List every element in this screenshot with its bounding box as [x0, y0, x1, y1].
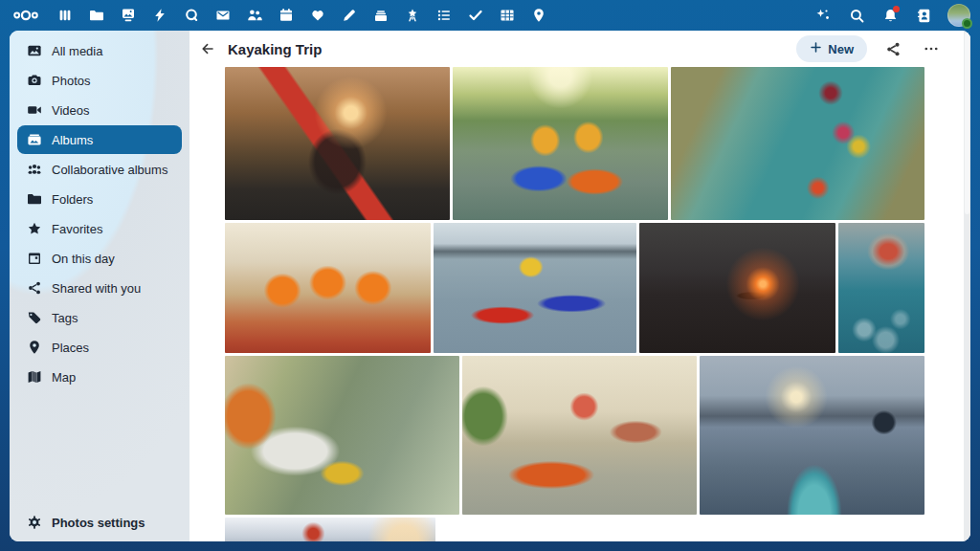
photo-thumbnail[interactable] [671, 67, 924, 220]
photo-thumbnail[interactable] [453, 67, 668, 220]
photo-grid [225, 67, 924, 541]
place-pin-icon [27, 340, 42, 355]
more-menu-button[interactable] [919, 36, 944, 61]
sidebar-item-on-this-day[interactable]: On this day [17, 244, 182, 273]
sparkle-icon[interactable] [813, 6, 833, 25]
album-header: Kayaking Trip New [189, 31, 970, 67]
photos-settings-button[interactable]: Photos settings [17, 508, 182, 537]
header-actions: New [796, 35, 955, 62]
scrollbar-thumb[interactable] [965, 33, 969, 214]
topbar-right [813, 4, 970, 27]
share-nodes-icon[interactable] [880, 36, 905, 61]
folder-icon[interactable] [87, 6, 106, 25]
photo-thumbnail[interactable] [225, 356, 459, 515]
avatar[interactable] [947, 4, 970, 27]
scrollbar[interactable] [964, 31, 970, 541]
photo-thumbnail[interactable] [700, 356, 924, 515]
sidebar-item-folders[interactable]: Folders [17, 185, 182, 213]
image-icon [27, 43, 42, 58]
sidebar-nav: All media Photos Videos Albums Collabora… [10, 31, 189, 391]
video-icon [27, 102, 42, 118]
photo-thumbnail[interactable] [462, 356, 697, 515]
heart-icon[interactable] [308, 6, 327, 25]
list-icon[interactable] [434, 6, 454, 25]
sidebar-item-all-media[interactable]: All media [17, 36, 182, 65]
sidebar-item-places[interactable]: Places [17, 333, 182, 362]
photos-icon[interactable] [119, 6, 138, 25]
app-window: All media Photos Videos Albums Collabora… [10, 31, 970, 541]
photo-thumbnail[interactable] [225, 67, 450, 220]
topbar [0, 0, 980, 31]
photo-thumbnail[interactable] [838, 223, 924, 353]
grid-row [225, 518, 924, 541]
photo-thumbnail[interactable] [639, 223, 835, 353]
table-icon[interactable] [498, 6, 517, 25]
people-group-icon [27, 162, 42, 177]
checkmark-icon[interactable] [466, 6, 485, 25]
nextcloud-logo[interactable] [10, 9, 42, 22]
bell-icon[interactable] [880, 6, 900, 25]
status-online-icon [962, 18, 972, 29]
archive-box-icon[interactable] [371, 6, 390, 25]
star-figure-icon[interactable] [403, 6, 422, 25]
photo-thumbnail[interactable] [225, 223, 431, 353]
folder-icon [27, 191, 42, 207]
new-button-label: New [828, 42, 854, 56]
calendar-icon[interactable] [277, 6, 296, 25]
map-icon [27, 369, 42, 385]
people-icon[interactable] [245, 6, 264, 25]
app-grid-icon[interactable] [56, 6, 75, 25]
calendar-day-icon [27, 251, 42, 266]
sidebar-item-tags[interactable]: Tags [17, 303, 182, 332]
sidebar-item-shared-with-you[interactable]: Shared with you [17, 274, 182, 302]
camera-icon [27, 73, 42, 88]
search-icon[interactable] [847, 6, 866, 25]
new-button[interactable]: New [796, 35, 867, 62]
lightning-icon[interactable] [150, 6, 169, 25]
albums-icon [27, 132, 42, 147]
grid-row [225, 67, 924, 220]
sidebar: All media Photos Videos Albums Collabora… [10, 31, 189, 541]
sidebar-item-collaborative-albums[interactable]: Collaborative albums [17, 155, 182, 184]
photo-thumbnail[interactable] [434, 223, 636, 353]
sidebar-item-albums[interactable]: Albums [17, 125, 182, 154]
grid-row [225, 356, 924, 515]
main-content: Kayaking Trip New [189, 31, 970, 541]
sidebar-item-favorites[interactable]: Favorites [17, 214, 182, 243]
notification-dot [893, 6, 900, 12]
contacts-book-icon[interactable] [914, 6, 933, 25]
pencil-icon[interactable] [340, 6, 359, 25]
star-icon [27, 221, 42, 236]
grid-row [225, 223, 924, 353]
plus-icon [810, 41, 822, 56]
share-icon [27, 280, 42, 296]
map-pin-icon[interactable] [529, 6, 548, 25]
back-button[interactable] [195, 36, 220, 61]
envelope-icon[interactable] [213, 6, 233, 25]
tag-icon [27, 310, 42, 325]
sidebar-item-videos[interactable]: Videos [17, 96, 182, 124]
sidebar-item-map[interactable]: Map [17, 363, 182, 391]
page-title: Kayaking Trip [228, 41, 322, 57]
sidebar-item-photos[interactable]: Photos [17, 66, 182, 95]
photo-thumbnail[interactable] [225, 518, 435, 541]
gear-icon [27, 515, 42, 530]
speech-bubble-icon[interactable] [182, 6, 201, 25]
app-menu [56, 6, 548, 25]
